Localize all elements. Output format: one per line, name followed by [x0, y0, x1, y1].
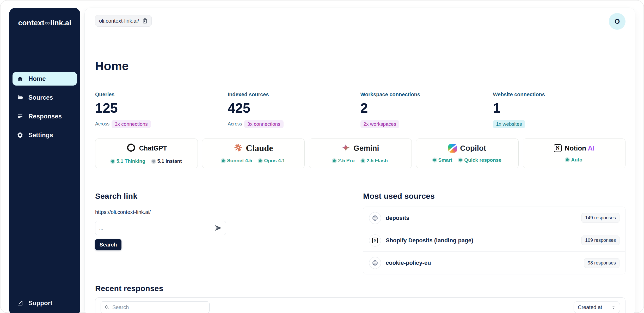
model-badge: Auto [566, 157, 582, 163]
middle-section: Search link https://oli.context-link.ai/… [95, 192, 625, 274]
external-link-icon [17, 300, 23, 306]
infinity-link-icon: ∞ [45, 19, 50, 27]
model-name: Claude [246, 143, 273, 153]
sidebar-item-responses[interactable]: Responses [13, 110, 77, 123]
stat-badge: 3x connections [112, 120, 151, 128]
stat-badge: 3x connections [244, 120, 284, 128]
send-icon [214, 224, 222, 232]
app-window: context∞link.ai Home Sources Responses [0, 0, 644, 313]
status-dot-teal [259, 159, 262, 162]
main-content: oli.context-link.ai/ O Home Queries 125 … [85, 8, 635, 313]
source-name: Shopify Deposits (landing page) [386, 237, 473, 244]
model-badge: Sonnet 4.5 [222, 158, 252, 164]
sort-select[interactable]: Created at [574, 301, 620, 313]
stats-row: Queries 125 Across 3x connections Indexe… [95, 92, 625, 128]
stat-badge: 1x websites [493, 120, 525, 128]
sidebar-item-label: Settings [28, 131, 53, 139]
gemini-logo-icon [341, 143, 350, 153]
sidebar-nav: Home Sources Responses Settings [9, 72, 80, 142]
status-dot-teal [361, 159, 364, 162]
sidebar-item-home[interactable]: Home [13, 72, 77, 86]
notion-icon: N [369, 234, 381, 246]
search-base-url: https://oli.context-link.ai/ [95, 209, 363, 215]
model-badge: 2.5 Pro [333, 158, 354, 164]
model-card-claude: Claude Sonnet 4.5 Opus 4.1 [202, 139, 305, 168]
sidebar-item-support[interactable]: Support [13, 296, 77, 310]
source-response-count: 98 responses [584, 258, 620, 268]
recent-search-wrap [101, 301, 210, 313]
stat-queries: Queries 125 Across 3x connections [95, 92, 228, 128]
status-dot-teal [566, 158, 569, 161]
model-badge: Opus 4.1 [259, 158, 285, 164]
sidebar-item-label: Support [28, 299, 52, 307]
notion-logo-icon: N [554, 144, 562, 152]
user-avatar[interactable]: O [609, 13, 625, 30]
model-card-gemini: Gemini 2.5 Pro 2.5 Flash [309, 139, 412, 168]
model-card-chatgpt: ChatGPT 5.1 Thinking 5.1 Instant [95, 139, 198, 168]
gear-icon [17, 132, 23, 138]
recent-search-input[interactable] [112, 304, 206, 310]
status-dot-teal [433, 159, 436, 161]
stat-label: Indexed sources [228, 92, 360, 98]
stat-label: Queries [95, 92, 228, 98]
page-title: Home [95, 60, 625, 72]
source-name: deposits [386, 215, 409, 221]
home-icon [17, 76, 23, 82]
model-card-copilot: Copilot Smart Quick response [416, 139, 519, 168]
sidebar-item-label: Sources [28, 94, 53, 101]
most-used-list: deposits 149 responses N Shopify Deposit… [363, 207, 625, 274]
source-row[interactable]: cookie-policy-eu 98 responses [363, 252, 625, 274]
source-response-count: 149 responses [581, 213, 620, 223]
most-used-sources-section: Most used sources deposits 149 responses… [363, 192, 625, 274]
clipboard-paste-icon[interactable] [142, 18, 148, 24]
source-response-count: 109 responses [581, 236, 620, 245]
sidebar: context∞link.ai Home Sources Responses [9, 8, 80, 313]
globe-icon [369, 212, 381, 224]
model-card-notion-ai: N Notion AI Auto [523, 139, 625, 168]
stat-value: 125 [95, 101, 228, 115]
model-badge: 5.1 Thinking [111, 158, 145, 164]
recent-responses-card: Created at [95, 297, 625, 313]
source-name: cookie-policy-eu [386, 260, 431, 266]
sidebar-item-label: Responses [28, 113, 62, 120]
app-logo: context∞link.ai [9, 8, 80, 27]
stat-indexed-sources: Indexed sources 425 Across 3x connection… [228, 92, 360, 128]
title-divider [95, 76, 625, 76]
model-badge: Smart [433, 157, 452, 163]
globe-icon [369, 257, 381, 269]
recent-responses-heading: Recent responses [95, 284, 625, 293]
source-row[interactable]: deposits 149 responses [363, 207, 625, 229]
search-icon [105, 305, 109, 310]
status-dot-teal [222, 159, 225, 162]
list-icon [17, 113, 23, 119]
query-input-wrap [95, 221, 226, 235]
model-badge: 2.5 Flash [361, 158, 388, 164]
status-dot-teal [333, 159, 336, 162]
workspace-url-chip[interactable]: oli.context-link.ai/ [95, 15, 152, 27]
stat-workspace-connections: Workspace connections 2 2x workspaces [360, 92, 493, 128]
sidebar-item-sources[interactable]: Sources [13, 91, 77, 104]
status-dot-gray [152, 160, 155, 163]
logo-text-pre: context [18, 19, 45, 27]
source-row[interactable]: N Shopify Deposits (landing page) 109 re… [363, 229, 625, 252]
stat-badge: 2x workspaces [360, 120, 400, 128]
model-name: Gemini [353, 144, 379, 153]
search-link-section: Search link https://oli.context-link.ai/… [95, 192, 363, 274]
send-button[interactable] [214, 224, 222, 232]
model-badge: Quick response [459, 157, 501, 163]
topbar: oli.context-link.ai/ O [95, 8, 625, 27]
chevron-up-down-icon [611, 305, 616, 310]
search-button[interactable]: Search [95, 239, 121, 250]
model-name: Notion AI [565, 144, 595, 152]
query-input[interactable] [99, 225, 214, 231]
stat-label: Website connections [493, 92, 625, 98]
claude-logo-icon [234, 143, 243, 153]
search-link-heading: Search link [95, 192, 363, 200]
sort-select-value: Created at [578, 304, 602, 310]
stat-prefix: Across [228, 121, 242, 127]
folder-icon [17, 94, 23, 101]
model-name: ChatGPT [139, 145, 167, 152]
model-name-suffix: AI [588, 144, 594, 152]
sidebar-item-settings[interactable]: Settings [13, 128, 77, 142]
stat-website-connections: Website connections 1 1x websites [493, 92, 625, 128]
